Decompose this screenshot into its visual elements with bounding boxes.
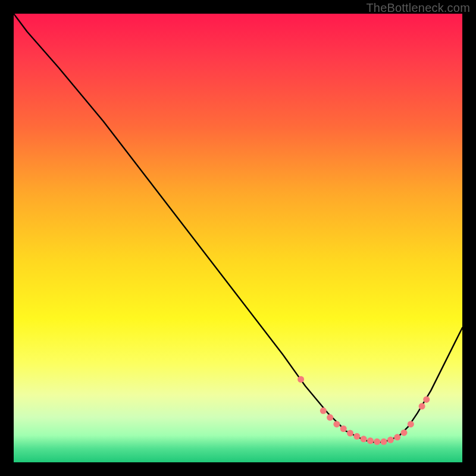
highlight-dot [423, 396, 430, 403]
highlight-dot [298, 376, 304, 383]
highlight-dot [367, 437, 374, 444]
chart-frame: TheBottleneck.com [0, 0, 476, 476]
highlight-dot [340, 425, 347, 432]
plot-area [14, 14, 462, 462]
highlight-dot [419, 403, 425, 409]
watermark-text: TheBottleneck.com [366, 1, 470, 15]
bottleneck-curve-path [14, 14, 462, 442]
highlight-dot [401, 430, 408, 436]
highlight-dot [347, 430, 353, 437]
highlight-dot [320, 408, 327, 414]
highlight-dot [374, 439, 380, 445]
highlight-dot [381, 439, 387, 445]
highlight-dot [353, 433, 360, 440]
highlight-dot [387, 437, 394, 443]
highlight-dot [333, 421, 340, 427]
highlight-dot [327, 414, 333, 421]
highlight-dot [408, 421, 414, 427]
highlight-dot [361, 436, 367, 442]
curve-layer [14, 14, 462, 462]
highlight-dots-group [298, 376, 430, 445]
highlight-dot [394, 434, 400, 440]
